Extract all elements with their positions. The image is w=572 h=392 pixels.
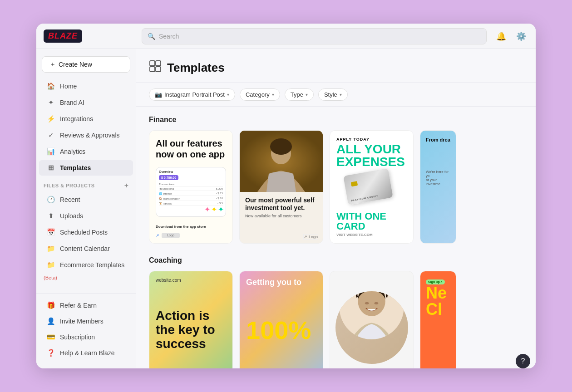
top-bar-right: 🔔 ⚙️ — [494, 29, 528, 44]
top-bar: BLAZE 🔍 Search 🔔 ⚙️ — [36, 24, 536, 49]
sidebar-bottom: 🎁 Refer & Earn 👤 Invite Members 💳 Subscr… — [36, 293, 136, 365]
brand-ai-icon: ✦ — [46, 98, 55, 107]
instagram-icon: 📷 — [155, 91, 162, 98]
integrations-icon: ⚡ — [46, 115, 55, 123]
style-filter[interactable]: Style ▾ — [318, 88, 348, 101]
refer-icon: 🎁 — [46, 301, 55, 309]
credit-card-image: PLATINUM CREDIT — [336, 172, 407, 208]
sidebar-item-invite[interactable]: 👤 Invite Members — [39, 314, 133, 329]
phone-mockup: Overview $ 5,786.00 Transactions 🛍 Shopp… — [156, 167, 226, 217]
sidebar-item-recent[interactable]: 🕐 Recent — [39, 192, 133, 207]
calendar-icon: 📁 — [46, 245, 55, 253]
card-photo — [240, 131, 323, 192]
question-icon: ? — [521, 357, 525, 365]
svg-point-11 — [365, 302, 369, 304]
svg-rect-0 — [150, 61, 155, 66]
subscription-icon: 💳 — [46, 333, 55, 341]
svg-rect-1 — [156, 61, 161, 66]
ecommerce-icon: 📁 — [46, 261, 55, 269]
sidebar-item-integrations[interactable]: ⚡ Integrations — [39, 111, 133, 127]
template-card[interactable]: Our most powerful self investment tool y… — [239, 130, 323, 244]
sidebar-item-calendar[interactable]: 📁 Content Calendar — [39, 241, 133, 256]
templates-icon: ⊞ — [46, 164, 55, 172]
sidebar-item-refer[interactable]: 🎁 Refer & Earn — [39, 298, 133, 313]
card-footer: ↗ Logo — [156, 233, 226, 238]
sidebar-item-reviews[interactable]: ✓ Reviews & Approvals — [39, 127, 133, 143]
finance-section-title: Finance — [149, 116, 523, 124]
reviews-icon: ✓ — [46, 131, 55, 139]
search-icon: 🔍 — [148, 33, 155, 40]
main-layout: ＋ Create New 🏠 Home ✦ Brand AI ⚡ Integra… — [36, 49, 536, 368]
content-area: Templates 📷 Instagram Portrait Post ▾ Ca… — [136, 49, 536, 368]
logo-text: BLAZE — [48, 31, 78, 41]
sidebar-item-help[interactable]: ❓ Help & Learn Blaze — [39, 345, 133, 361]
sidebar-item-scheduled[interactable]: 📅 Scheduled Posts — [39, 225, 133, 240]
coaching-section-title: Coaching — [149, 256, 523, 265]
chevron-down-icon: ▾ — [272, 92, 274, 97]
help-icon: ❓ — [46, 349, 55, 357]
card-headline: All our features now on one app — [156, 138, 226, 160]
create-new-button[interactable]: ＋ Create New — [42, 56, 130, 73]
template-card[interactable]: APPLY TODAY ALL YOUREXPENSES PLATINUM CR… — [330, 130, 414, 244]
coaching-grid: website.com Action isthe key tosuccess G… — [149, 271, 523, 368]
home-icon: 🏠 — [46, 82, 55, 90]
template-card[interactable]: Getting you to 100% Book a session with … — [239, 271, 323, 368]
beta-badge: (Beta) — [36, 273, 136, 282]
sidebar-item-brand-ai[interactable]: ✦ Brand AI — [39, 95, 133, 110]
category-filter[interactable]: Category ▾ — [240, 88, 280, 101]
add-project-button[interactable]: + — [124, 181, 128, 190]
bell-icon: 🔔 — [496, 31, 506, 41]
page-title: Templates — [167, 61, 225, 75]
type-filter[interactable]: Type ▾ — [285, 88, 314, 101]
analytics-icon: 📊 — [46, 147, 55, 156]
files-section-label: Files & Projects + — [36, 176, 136, 191]
search-bar[interactable]: 🔍 Search — [142, 28, 487, 44]
gear-icon: ⚙️ — [516, 31, 526, 41]
recent-icon: 🕐 — [46, 196, 55, 204]
template-card[interactable]: All our features now on one app Overview… — [149, 130, 233, 244]
chevron-down-icon: ▾ — [227, 92, 229, 97]
templates-header-icon — [149, 60, 162, 75]
chevron-down-icon: ▾ — [306, 92, 308, 97]
sidebar-item-uploads[interactable]: ⬆ Uploads — [39, 208, 133, 224]
sidebar-item-ecommerce[interactable]: 📁 Ecommerce Templates — [39, 257, 133, 273]
sidebar-item-home[interactable]: 🏠 Home — [39, 78, 133, 94]
template-card[interactable]: website.com Action isthe key tosuccess — [149, 271, 233, 368]
card-text-area: Our most powerful self investment tool y… — [240, 192, 323, 223]
person-photo — [335, 291, 408, 364]
search-placeholder: Search — [159, 33, 179, 40]
template-card[interactable]: Sign up c NeCl — [420, 271, 456, 368]
sidebar-item-subscription[interactable]: 💳 Subscription — [39, 329, 133, 345]
template-card[interactable]: From drea We're here for yoof your inves… — [420, 130, 456, 244]
sidebar-item-analytics[interactable]: 📊 Analytics — [39, 144, 133, 159]
notification-button[interactable]: 🔔 — [494, 29, 508, 44]
logo-area: BLAZE — [44, 29, 134, 43]
sidebar-item-templates[interactable]: ⊞ Templates — [39, 160, 133, 176]
templates-content: Finance All our features now on one app … — [136, 107, 536, 368]
platform-filter[interactable]: 📷 Instagram Portrait Post ▾ — [149, 88, 235, 101]
svg-point-12 — [374, 302, 378, 304]
finance-grid: All our features now on one app Overview… — [149, 130, 523, 244]
filters-bar: 📷 Instagram Portrait Post ▾ Category ▾ T… — [136, 83, 536, 107]
template-card[interactable] — [330, 271, 414, 368]
help-button[interactable]: ? — [516, 354, 530, 368]
sidebar: ＋ Create New 🏠 Home ✦ Brand AI ⚡ Integra… — [36, 49, 136, 368]
plus-icon: ＋ — [49, 60, 56, 69]
logo: BLAZE — [44, 29, 82, 43]
invite-icon: 👤 — [46, 317, 55, 325]
scheduled-icon: 📅 — [46, 228, 55, 236]
settings-button[interactable]: ⚙️ — [514, 29, 528, 44]
svg-rect-3 — [156, 67, 161, 72]
uploads-icon: ⬆ — [46, 212, 55, 220]
svg-rect-2 — [150, 67, 155, 72]
content-header: Templates — [136, 49, 536, 83]
chevron-down-icon: ▾ — [340, 92, 342, 97]
